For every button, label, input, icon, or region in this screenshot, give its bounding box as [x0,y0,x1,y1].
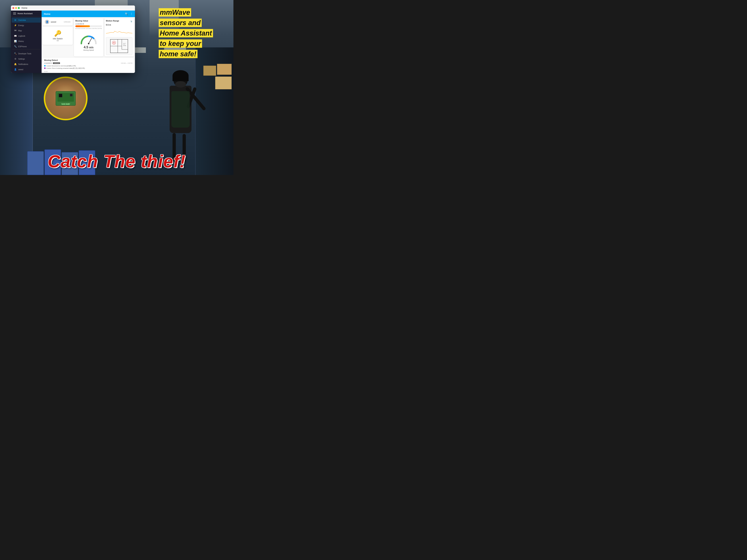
ha-cards-area: 👤 seeed Unknown 🔑 Info Switch On [42,17,135,73]
svg-point-1 [88,43,89,44]
headline-line-1: mmWave [159,8,191,17]
overview-icon: ⊞ [14,19,17,22]
sidebar-label-overview: Overview [18,19,26,21]
floorplan-container: 62 Standard body moveme... 动作范围 [106,37,133,55]
sidebar-label-map: Map [18,30,22,32]
svg-text:62: 62 [113,42,115,44]
sidebar-item-logbook[interactable]: 📖 Logbook [12,33,41,38]
detect-status-value: Unknown [53,62,60,64]
sidebar-item-settings[interactable]: ⚙ Settings [12,56,41,61]
col-left: 👤 seeed Unknown 🔑 Info Switch On [43,18,73,56]
svg-text:动作范围: 动作范围 [123,45,126,46]
sidebar-label-notifications: Notifications [18,63,28,65]
motion-range-title: Motion Range [106,20,119,22]
catch-text: Catch The thief! [0,151,233,171]
ha-topbar: Home 🔍 ⋮ [42,10,135,17]
more-menu-icon[interactable]: ⋮ [130,12,133,15]
sensor-board: seeed studio [56,91,76,106]
window-maximize-dot[interactable] [18,7,20,9]
esphome-icon: 🔧 [14,45,17,48]
sidebar-item-developer[interactable]: 🔨 Developer Tools [12,51,41,56]
topbar-title: Home [44,12,125,15]
box-1 [217,64,232,75]
ha-sidebar: Home Assistant ⊞ Overview ⚡ Energy 🗺 Map… [11,10,42,73]
box-2 [203,65,216,76]
headline-line-2: sensors and [159,19,202,27]
moving-value-title: Moving Value [75,20,102,22]
hamburger-menu[interactable] [13,12,16,15]
sidebar-item-history[interactable]: 📊 History [12,38,41,44]
legend-dot-0 [44,65,46,66]
sidebar-item-esphome[interactable]: 🔧 ESPHome [12,44,41,49]
moving-detect-card: Moving Detect 运动检测距离 Unknown 6:00 AM — 2… [43,58,134,73]
sidebar-nav: ⊞ Overview ⚡ Energy 🗺 Map 📖 Logbook 📊 [11,17,42,49]
ha-window: Home Home Assistant ⊞ Overview ⚡ [11,5,135,73]
sidebar-item-overview[interactable]: ⊞ Overview [12,18,41,23]
mini-progress-bar [75,25,102,27]
sidebar-label-logbook: Logbook [18,35,25,37]
sidebar-header: Home Assistant [11,10,42,17]
sidebar-bottom: 🔨 Developer Tools ⚙ Settings 🔔 Notificat… [11,50,42,73]
window-close-dot[interactable] [12,7,14,9]
notifications-icon: 🔔 [14,63,17,65]
headline-line-5: home safe! [159,50,198,58]
speedometer-svg [79,34,98,45]
legend-item-0: Custom Movement to rest time(运动静止计时) [44,65,132,67]
window-minimize-dot[interactable] [15,7,17,9]
sidebar-label-user: seeed [18,69,23,71]
topbar-icons: 🔍 ⋮ [125,12,133,15]
time-label-2: 10:00 AM [85,28,91,29]
sidebar-label-energy: Energy [18,24,24,26]
switch-state: On [56,40,59,42]
speed-value: 4.5 m/s [84,45,94,49]
cards-top-row: 👤 seeed Unknown 🔑 Info Switch On [43,18,134,56]
cards-bottom-row: Moving Detect 运动检测距离 Unknown 6:00 AM — 2… [43,58,134,73]
box-3 [215,77,232,89]
detect-status-label: 运动检测距离 [44,62,52,64]
headline-line-3: Home Assistant [159,29,213,37]
svg-text:body: body [123,44,125,45]
sidebar-item-energy[interactable]: ⚡ Energy [12,23,41,28]
settings-icon: ⚙ [14,57,17,60]
user-status: Unknown [63,21,71,23]
sensor-chip-main [59,94,62,97]
sidebar-item-map[interactable]: 🗺 Map [12,28,41,33]
user-card: 👤 seeed Unknown [43,18,73,26]
moving-time-labels: 6:00 AM 8:00 AM 10:00 AM 12:00 PM 2:00 P… [75,28,102,29]
legend-dot-1 [44,68,46,69]
detect-chart-area: 30,000 25,000 20,000 15,000 10,000 [44,70,132,73]
sidebar-label-esphome: ESPHome [18,46,27,48]
sidebar-label-developer: Developer Tools [18,53,31,55]
detect-chart-svg: 30,000 25,000 20,000 15,000 10,000 [44,70,132,73]
col-right: Motion Range 📡 0.5 m [104,18,134,56]
sidebar-label-history: History [18,40,24,42]
sidebar-item-user[interactable]: 👤 seeed [12,67,41,72]
detect-time-range: 6:00 AM — 2:00 PM [121,62,132,64]
motion-range-value: 0.5 m [106,24,133,26]
info-switch-card: 🔑 Info Switch On [43,27,73,45]
sensor-chip-secondary [70,94,73,97]
user-name: seeed [51,21,56,23]
thief-silhouette [160,71,201,162]
legend-item-1: Custom Time of entering unnamed state(进入… [44,67,132,69]
switch-key-icon: 🔑 [54,30,61,37]
time-label-1: 8:00 AM [80,28,85,29]
search-icon[interactable]: 🔍 [125,12,128,15]
svg-text:Standard: Standard [123,43,126,44]
mini-progress-fill [75,25,90,27]
svg-text:30,000: 30,000 [44,71,48,72]
user-icon: 👤 [14,68,17,71]
motion-chart-svg [106,27,133,36]
sidebar-app-name: Home Assistant [18,12,33,15]
headline-line-4: to keep your [159,39,202,48]
sidebar-item-notifications[interactable]: 🔔 Notifications [12,62,41,67]
map-icon: 🗺 [14,29,17,32]
window-control-dots [12,7,20,9]
user-avatar: 👤 [45,20,49,24]
sensor-brand-label: seeed studio [56,104,75,105]
hamburger-line-3 [13,14,16,15]
window-title-text: Home [22,7,27,9]
moving-detect-title: Moving Detect [44,59,132,61]
developer-icon: 🔨 [14,52,17,55]
hamburger-line-2 [13,13,16,14]
